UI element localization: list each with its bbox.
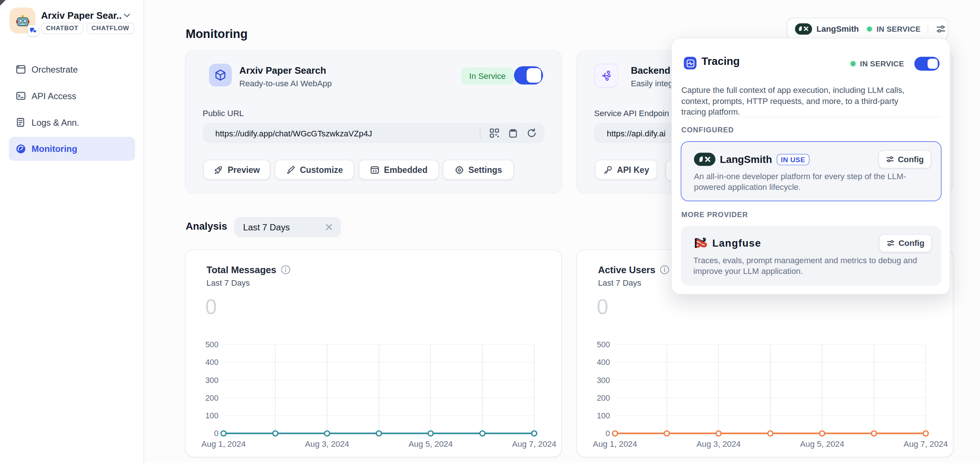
tracing-title: Tracing [702, 55, 740, 68]
sidebar-item-api-access[interactable]: API Access [9, 84, 135, 108]
api-network-icon [600, 69, 612, 82]
divider [928, 24, 928, 33]
divider [480, 128, 481, 138]
preview-button[interactable]: Preview [203, 160, 270, 180]
sliders-icon[interactable] [936, 24, 946, 33]
gear-icon [455, 165, 464, 175]
badge-chatbot: CHATBOT [41, 23, 83, 34]
sliders-icon [886, 155, 894, 163]
api-key-button[interactable]: API Key [595, 160, 657, 180]
logs-icon [16, 117, 26, 127]
sidebar: Arxiv Paper Sear... CHATBOT CHATFLOW Orc… [0, 0, 144, 463]
settings-label: Settings [469, 165, 502, 175]
tracing-toggle[interactable] [914, 57, 939, 71]
refresh-icon[interactable] [527, 128, 536, 138]
cube-icon [214, 69, 227, 81]
status-dot [867, 26, 872, 31]
backend-title: Backend [631, 65, 670, 76]
embedded-label: Embedded [384, 165, 427, 175]
tracing-description: Capture the full context of app executio… [681, 84, 925, 117]
langsmith-logo [795, 23, 812, 34]
langfuse-logo [693, 236, 708, 250]
langsmith-config-button[interactable]: Config [878, 150, 931, 168]
chevron-down-icon[interactable] [124, 13, 130, 18]
langsmith-provider-card[interactable]: LangSmith IN USE Config An all-in-one de… [681, 141, 942, 201]
sidebar-item-logs[interactable]: Logs & Ann. [9, 110, 135, 134]
provider-description: Traces, evals, prompt management and met… [693, 255, 921, 276]
copy-icon[interactable] [508, 128, 518, 138]
svg-text:400: 400 [205, 358, 218, 367]
configured-label: CONFIGURED [681, 126, 734, 134]
svg-text:400: 400 [597, 358, 610, 367]
provider-description: An all-in-one developer platform for eve… [694, 171, 921, 192]
langfuse-provider-card[interactable]: Langfuse Config Traces, evals, prompt ma… [681, 226, 942, 286]
more-provider-label: MORE PROVIDER [681, 211, 748, 219]
monitoring-page: Arxiv Paper Sear... CHATBOT CHATFLOW Orc… [0, 0, 980, 463]
sidebar-item-monitoring[interactable]: Monitoring [9, 137, 135, 161]
customize-label: Customize [300, 165, 343, 175]
tracing-popup: Tracing IN SERVICE Capture the full cont… [671, 38, 950, 295]
endpoint-value: https://api.dify.ai [594, 128, 665, 138]
tracing-icon-tile [684, 57, 696, 69]
sidebar-item-label: Orchestrate [32, 65, 78, 75]
svg-text:300: 300 [597, 376, 610, 385]
svg-text:0: 0 [606, 429, 610, 438]
time-filter-value: Last 7 Days [243, 222, 290, 232]
svg-text:0: 0 [214, 429, 218, 438]
embedded-button[interactable]: Embedded [359, 160, 439, 180]
qr-code-icon[interactable] [489, 128, 499, 138]
svg-text:500: 500 [597, 340, 610, 349]
tracing-status-pill[interactable]: LangSmith IN SERVICE [787, 18, 948, 40]
svg-text:Aug 3, 2024: Aug 3, 2024 [697, 439, 741, 449]
close-icon[interactable] [325, 224, 333, 231]
svg-text:500: 500 [205, 340, 218, 349]
status-text: IN SERVICE [860, 59, 904, 68]
in-use-badge: IN USE [776, 154, 810, 165]
svg-text:Aug 1, 2024: Aug 1, 2024 [593, 439, 637, 449]
svg-text:100: 100 [597, 411, 610, 420]
langsmith-logo [694, 152, 716, 166]
tracing-pulse-icon [686, 59, 694, 67]
provider-name: Langfuse [712, 238, 761, 249]
tracing-status: IN SERVICE [851, 59, 904, 68]
provider-name: LangSmith [816, 24, 859, 33]
sidebar-nav: Orchestrate API Access Logs & Ann. [9, 57, 135, 161]
public-url-field[interactable]: https://udify.app/chat/WGcGTszwkzaVZp4J [202, 123, 544, 143]
orchestrate-icon [16, 65, 26, 75]
svg-text:Aug 1, 2024: Aug 1, 2024 [202, 439, 246, 449]
sliders-icon [886, 239, 894, 247]
public-url-value: https://udify.app/chat/WGcGTszwkzaVZp4J [202, 128, 372, 138]
divider [681, 117, 941, 117]
app-name[interactable]: Arxiv Paper Sear... [41, 10, 122, 21]
public-url-label: Public URL [202, 108, 243, 118]
backend-icon-tile [594, 64, 618, 88]
sidebar-item-orchestrate[interactable]: Orchestrate [9, 57, 135, 81]
config-label: Config [898, 154, 924, 164]
time-filter-chip[interactable]: Last 7 Days [234, 217, 341, 238]
analysis-title: Analysis [186, 221, 227, 232]
chat-bubbles-icon [30, 27, 37, 34]
status-text: IN SERVICE [877, 24, 921, 33]
window-corner [0, 0, 6, 6]
svg-text:300: 300 [205, 376, 218, 385]
sidebar-item-label: API Access [32, 91, 76, 101]
rocket-icon [214, 165, 223, 175]
langfuse-config-button[interactable]: Config [879, 234, 932, 252]
embed-icon [370, 165, 380, 175]
svg-text:Aug 3, 2024: Aug 3, 2024 [305, 439, 349, 449]
provider-row: LangSmith IN USE [694, 150, 810, 168]
webapp-toggle[interactable] [514, 67, 543, 85]
status-dot [851, 61, 856, 67]
webapp-status-badge: In Service [461, 67, 514, 84]
svg-text:100: 100 [205, 411, 218, 420]
brush-icon [286, 165, 296, 175]
settings-button[interactable]: Settings [443, 160, 514, 180]
url-actions [480, 123, 537, 143]
customize-button[interactable]: Customize [275, 160, 354, 180]
api-key-label: API Key [617, 165, 649, 175]
svg-text:Aug 5, 2024: Aug 5, 2024 [409, 439, 453, 449]
svg-text:200: 200 [597, 394, 610, 403]
chatflow-type-badge-icon [28, 25, 38, 36]
webapp-icon-tile [209, 64, 232, 87]
badge-chatflow: CHATFLOW [86, 23, 134, 34]
